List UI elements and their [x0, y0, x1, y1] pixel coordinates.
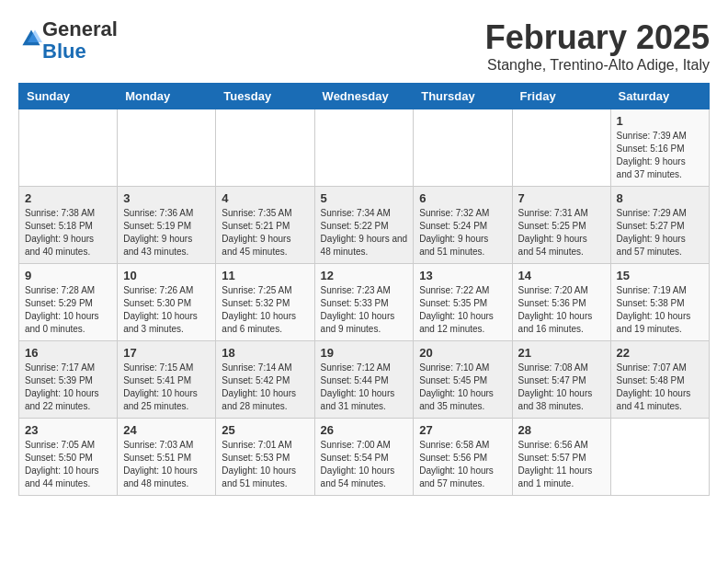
logo-blue: Blue: [42, 40, 86, 63]
calendar-cell: 1Sunrise: 7:39 AM Sunset: 5:16 PM Daylig…: [610, 109, 709, 187]
day-info: Sunrise: 7:31 AM Sunset: 5:25 PM Dayligh…: [518, 207, 605, 259]
day-info: Sunrise: 7:28 AM Sunset: 5:29 PM Dayligh…: [25, 284, 111, 336]
day-info: Sunrise: 7:34 AM Sunset: 5:22 PM Dayligh…: [321, 207, 408, 259]
day-number: 26: [321, 423, 408, 437]
weekday-header-wednesday: Wednesday: [314, 84, 414, 109]
calendar-week-1: 1Sunrise: 7:39 AM Sunset: 5:16 PM Daylig…: [19, 109, 710, 187]
day-info: Sunrise: 7:08 AM Sunset: 5:47 PM Dayligh…: [518, 362, 605, 413]
day-info: Sunrise: 7:38 AM Sunset: 5:18 PM Dayligh…: [25, 207, 111, 259]
day-number: 9: [25, 269, 111, 282]
day-info: Sunrise: 7:19 AM Sunset: 5:38 PM Dayligh…: [617, 284, 703, 336]
day-info: Sunrise: 7:29 AM Sunset: 5:27 PM Dayligh…: [617, 207, 703, 259]
calendar-cell: [414, 109, 512, 187]
calendar-cell: [610, 419, 709, 496]
logo-general: General: [42, 17, 118, 40]
weekday-header-tuesday: Tuesday: [216, 84, 314, 109]
calendar-cell: 24Sunrise: 7:03 AM Sunset: 5:51 PM Dayli…: [118, 419, 216, 496]
calendar-cell: 14Sunrise: 7:20 AM Sunset: 5:36 PM Dayli…: [512, 264, 610, 341]
day-number: 5: [321, 191, 408, 205]
day-info: Sunrise: 7:39 AM Sunset: 5:16 PM Dayligh…: [617, 130, 703, 181]
calendar-cell: 26Sunrise: 7:00 AM Sunset: 5:54 PM Dayli…: [314, 419, 414, 496]
day-info: Sunrise: 7:03 AM Sunset: 5:51 PM Dayligh…: [123, 439, 210, 490]
month-title: February 2025: [485, 18, 710, 57]
calendar-cell: [118, 109, 216, 187]
calendar-cell: [19, 109, 118, 187]
calendar-cell: 8Sunrise: 7:29 AM Sunset: 5:27 PM Daylig…: [610, 187, 709, 264]
day-number: 21: [518, 346, 605, 360]
day-info: Sunrise: 7:00 AM Sunset: 5:54 PM Dayligh…: [321, 439, 408, 490]
day-info: Sunrise: 7:26 AM Sunset: 5:30 PM Dayligh…: [123, 284, 210, 336]
location-subtitle: Stanghe, Trentino-Alto Adige, Italy: [485, 57, 710, 74]
day-info: Sunrise: 7:36 AM Sunset: 5:19 PM Dayligh…: [123, 207, 210, 259]
day-number: 18: [222, 346, 308, 360]
logo-icon: [20, 28, 42, 50]
weekday-header-thursday: Thursday: [414, 84, 512, 109]
calendar-cell: 19Sunrise: 7:12 AM Sunset: 5:44 PM Dayli…: [314, 341, 414, 419]
day-info: Sunrise: 6:58 AM Sunset: 5:56 PM Dayligh…: [419, 439, 506, 490]
day-info: Sunrise: 7:07 AM Sunset: 5:48 PM Dayligh…: [617, 362, 703, 413]
calendar-cell: [512, 109, 610, 187]
day-number: 3: [123, 191, 210, 205]
calendar-cell: 18Sunrise: 7:14 AM Sunset: 5:42 PM Dayli…: [216, 341, 314, 419]
calendar-cell: [314, 109, 414, 187]
day-number: 8: [617, 191, 703, 205]
day-number: 4: [222, 191, 308, 205]
day-info: Sunrise: 7:35 AM Sunset: 5:21 PM Dayligh…: [222, 207, 308, 259]
logo: General Blue: [18, 18, 118, 63]
calendar-week-3: 9Sunrise: 7:28 AM Sunset: 5:29 PM Daylig…: [19, 264, 710, 341]
day-info: Sunrise: 7:10 AM Sunset: 5:45 PM Dayligh…: [419, 362, 506, 413]
calendar-cell: 12Sunrise: 7:23 AM Sunset: 5:33 PM Dayli…: [314, 264, 414, 341]
weekday-header-sunday: Sunday: [19, 84, 118, 109]
calendar-cell: 4Sunrise: 7:35 AM Sunset: 5:21 PM Daylig…: [216, 187, 314, 264]
day-info: Sunrise: 7:23 AM Sunset: 5:33 PM Dayligh…: [321, 284, 408, 336]
calendar-cell: 5Sunrise: 7:34 AM Sunset: 5:22 PM Daylig…: [314, 187, 414, 264]
day-info: Sunrise: 7:12 AM Sunset: 5:44 PM Dayligh…: [321, 362, 408, 413]
calendar-table: SundayMondayTuesdayWednesdayThursdayFrid…: [18, 83, 710, 496]
calendar-cell: 6Sunrise: 7:32 AM Sunset: 5:24 PM Daylig…: [414, 187, 512, 264]
calendar-cell: 7Sunrise: 7:31 AM Sunset: 5:25 PM Daylig…: [512, 187, 610, 264]
day-info: Sunrise: 7:01 AM Sunset: 5:53 PM Dayligh…: [222, 439, 308, 490]
day-info: Sunrise: 7:05 AM Sunset: 5:50 PM Dayligh…: [25, 439, 111, 490]
calendar-cell: 2Sunrise: 7:38 AM Sunset: 5:18 PM Daylig…: [19, 187, 118, 264]
calendar-cell: 20Sunrise: 7:10 AM Sunset: 5:45 PM Dayli…: [414, 341, 512, 419]
day-info: Sunrise: 7:14 AM Sunset: 5:42 PM Dayligh…: [222, 362, 308, 413]
calendar-cell: 15Sunrise: 7:19 AM Sunset: 5:38 PM Dayli…: [610, 264, 709, 341]
calendar-cell: 10Sunrise: 7:26 AM Sunset: 5:30 PM Dayli…: [118, 264, 216, 341]
day-number: 7: [518, 191, 605, 205]
calendar-cell: 16Sunrise: 7:17 AM Sunset: 5:39 PM Dayli…: [19, 341, 118, 419]
calendar-week-5: 23Sunrise: 7:05 AM Sunset: 5:50 PM Dayli…: [19, 419, 710, 496]
day-number: 22: [617, 346, 703, 360]
day-info: Sunrise: 7:32 AM Sunset: 5:24 PM Dayligh…: [419, 207, 506, 259]
day-number: 11: [222, 269, 308, 282]
day-info: Sunrise: 6:56 AM Sunset: 5:57 PM Dayligh…: [518, 439, 605, 490]
day-number: 14: [518, 269, 605, 282]
calendar-cell: 21Sunrise: 7:08 AM Sunset: 5:47 PM Dayli…: [512, 341, 610, 419]
day-number: 23: [25, 423, 111, 437]
logo-text: General Blue: [42, 18, 118, 63]
day-info: Sunrise: 7:25 AM Sunset: 5:32 PM Dayligh…: [222, 284, 308, 336]
calendar-cell: 11Sunrise: 7:25 AM Sunset: 5:32 PM Dayli…: [216, 264, 314, 341]
calendar-week-4: 16Sunrise: 7:17 AM Sunset: 5:39 PM Dayli…: [19, 341, 710, 419]
day-number: 19: [321, 346, 408, 360]
day-number: 27: [419, 423, 506, 437]
weekday-header-monday: Monday: [118, 84, 216, 109]
day-number: 1: [617, 114, 703, 128]
day-info: Sunrise: 7:17 AM Sunset: 5:39 PM Dayligh…: [25, 362, 111, 413]
page-header: General Blue February 2025 Stanghe, Tren…: [18, 18, 710, 74]
calendar-cell: 9Sunrise: 7:28 AM Sunset: 5:29 PM Daylig…: [19, 264, 118, 341]
weekday-header-row: SundayMondayTuesdayWednesdayThursdayFrid…: [19, 84, 710, 109]
calendar-cell: 28Sunrise: 6:56 AM Sunset: 5:57 PM Dayli…: [512, 419, 610, 496]
day-number: 17: [123, 346, 210, 360]
day-number: 13: [419, 269, 506, 282]
day-number: 2: [25, 191, 111, 205]
calendar-cell: 27Sunrise: 6:58 AM Sunset: 5:56 PM Dayli…: [414, 419, 512, 496]
calendar-cell: 25Sunrise: 7:01 AM Sunset: 5:53 PM Dayli…: [216, 419, 314, 496]
day-number: 15: [617, 269, 703, 282]
day-info: Sunrise: 7:22 AM Sunset: 5:35 PM Dayligh…: [419, 284, 506, 336]
calendar-week-2: 2Sunrise: 7:38 AM Sunset: 5:18 PM Daylig…: [19, 187, 710, 264]
calendar-cell: 17Sunrise: 7:15 AM Sunset: 5:41 PM Dayli…: [118, 341, 216, 419]
calendar-cell: 3Sunrise: 7:36 AM Sunset: 5:19 PM Daylig…: [118, 187, 216, 264]
day-info: Sunrise: 7:20 AM Sunset: 5:36 PM Dayligh…: [518, 284, 605, 336]
day-info: Sunrise: 7:15 AM Sunset: 5:41 PM Dayligh…: [123, 362, 210, 413]
day-number: 20: [419, 346, 506, 360]
